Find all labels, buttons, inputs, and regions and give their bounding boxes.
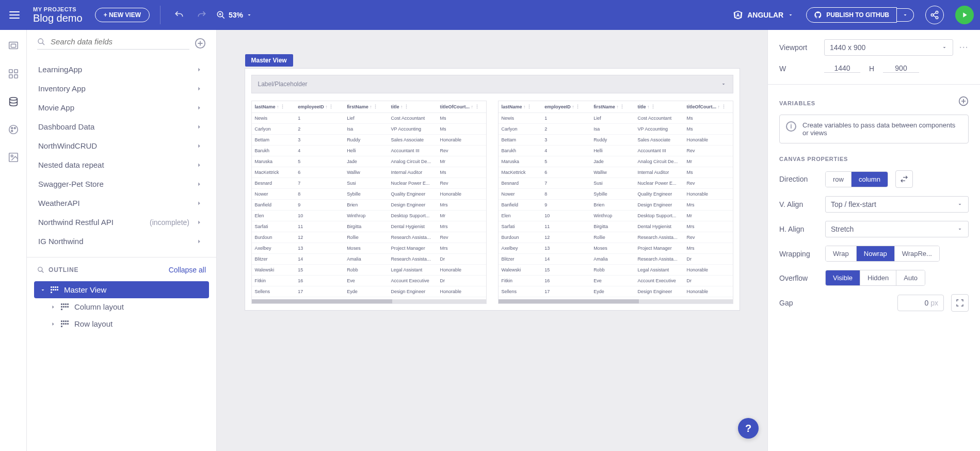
seg-option[interactable]: Nowrap — [857, 246, 895, 261]
outline-heading: OUTLINE — [37, 266, 78, 273]
direction-segmented: rowcolumn — [825, 171, 888, 187]
height-input[interactable] — [883, 64, 919, 73]
placeholder-dropdown[interactable]: Label/Placeholder — [251, 75, 733, 93]
swap-direction-button[interactable] — [895, 170, 913, 188]
help-button[interactable]: ? — [738, 418, 759, 439]
canvas-view-label[interactable]: Master View — [245, 54, 293, 67]
chevron-down-icon — [40, 287, 46, 293]
gap-label: Gap — [779, 299, 818, 307]
search-input[interactable] — [51, 37, 189, 46]
data-source-item[interactable]: Swagger-Pet Store — [27, 174, 214, 194]
canvas-properties-heading: CANVAS PROPERTIES — [779, 156, 969, 162]
projects-breadcrumb[interactable]: MY PROJECTS — [33, 6, 83, 12]
svg-point-11 — [9, 125, 18, 134]
seg-option[interactable]: Visible — [826, 270, 860, 285]
grid-component-1[interactable]: lastName ↑ ⋮employeeID ↑ ⋮firstName ↑ ⋮t… — [251, 101, 487, 304]
chevron-down-icon — [246, 12, 252, 18]
seg-option[interactable]: Hidden — [860, 270, 896, 285]
collapse-all-link[interactable]: Collapse all — [169, 266, 206, 274]
grid-component-2[interactable]: lastName ↑ ⋮employeeID ↑ ⋮firstName ↑ ⋮t… — [498, 101, 733, 304]
search-icon — [37, 38, 45, 46]
chevron-down-icon — [957, 201, 963, 207]
tool-rail — [0, 30, 27, 451]
layout-icon — [51, 286, 60, 294]
data-source-item[interactable]: Nested data repeat — [27, 155, 214, 174]
seg-option[interactable]: row — [826, 172, 852, 187]
new-view-button[interactable]: + NEW VIEW — [95, 8, 150, 22]
gap-expand-button[interactable] — [951, 294, 969, 312]
tree-item[interactable]: Row layout — [34, 315, 209, 332]
rail-theme-icon[interactable] — [7, 123, 20, 136]
data-source-item[interactable]: NorthWindCRUD — [27, 136, 214, 155]
svg-point-3 — [936, 17, 938, 19]
canvas-frame[interactable]: Master View Label/Placeholder lastName ↑… — [245, 68, 740, 311]
width-input[interactable] — [824, 64, 860, 73]
tree-item-master-view[interactable]: Master View — [34, 281, 209, 298]
viewport-select[interactable]: 1440 x 900 — [824, 39, 953, 56]
publish-dropdown[interactable] — [897, 8, 914, 22]
seg-option[interactable]: WrapRe... — [895, 246, 939, 261]
seg-option[interactable]: Auto — [896, 270, 925, 285]
chevron-down-icon — [957, 226, 963, 232]
variables-heading: VARIABLES — [779, 100, 815, 106]
data-source-item[interactable]: Northwind Restful API(incomplete) — [27, 213, 214, 232]
gap-input[interactable]: 0 px — [897, 295, 944, 311]
search-box[interactable] — [37, 37, 189, 50]
angular-icon — [733, 10, 743, 20]
chevron-down-icon — [788, 12, 794, 18]
seg-option[interactable]: column — [852, 172, 888, 187]
menu-button[interactable] — [6, 7, 23, 23]
halign-select[interactable]: Stretch — [825, 221, 969, 237]
scrollbar[interactable] — [499, 299, 733, 303]
data-source-item[interactable]: Movie App — [27, 98, 214, 117]
svg-point-1 — [936, 11, 938, 14]
viewport-label: Viewport — [779, 43, 818, 52]
scrollbar[interactable] — [252, 299, 486, 303]
topbar: MY PROJECTS Blog demo + NEW VIEW 53% ANG… — [0, 0, 980, 30]
svg-point-17 — [38, 39, 43, 43]
data-source-item[interactable]: Inventory App — [27, 79, 214, 98]
zoom-icon — [216, 10, 226, 20]
svg-rect-6 — [9, 70, 12, 73]
valign-label: V. Align — [779, 200, 818, 208]
play-icon — [960, 11, 969, 19]
redo-button[interactable] — [194, 7, 210, 23]
framework-selector[interactable]: ANGULAR — [733, 10, 794, 20]
project-name: Blog demo — [33, 12, 83, 24]
valign-select[interactable]: Top / flex-start — [825, 196, 969, 213]
canvas-area[interactable]: Master View Label/Placeholder lastName ↑… — [217, 30, 767, 451]
rail-views-icon[interactable] — [7, 39, 20, 53]
halign-label: H. Align — [779, 225, 818, 233]
data-source-item[interactable]: LearningApp — [27, 60, 214, 79]
wrapping-label: Wrapping — [779, 250, 818, 258]
share-button[interactable] — [925, 6, 944, 24]
height-label: H — [866, 65, 877, 73]
viewport-more[interactable]: ··· — [959, 43, 969, 52]
svg-rect-7 — [14, 70, 17, 73]
svg-point-14 — [11, 130, 12, 132]
outline-tree: Master View Column layoutRow layout — [27, 279, 216, 334]
overflow-label: Overflow — [779, 274, 818, 282]
tree-item[interactable]: Column layout — [34, 298, 209, 315]
wrapping-segmented: WrapNowrapWrapRe... — [825, 246, 940, 262]
add-datasource-button[interactable] — [195, 38, 206, 49]
zoom-control[interactable]: 53% — [216, 10, 252, 20]
svg-point-16 — [11, 155, 13, 157]
publish-button[interactable]: PUBLISH TO GITHUB — [806, 7, 897, 23]
svg-rect-9 — [14, 75, 17, 78]
data-source-item[interactable]: IG Northwind — [27, 232, 214, 251]
data-source-item[interactable]: WeatherAPI — [27, 194, 214, 213]
undo-button[interactable] — [171, 7, 187, 23]
rail-assets-icon[interactable] — [7, 151, 20, 164]
svg-point-12 — [11, 127, 12, 129]
project-info: MY PROJECTS Blog demo — [33, 6, 83, 24]
seg-option[interactable]: Wrap — [826, 246, 857, 261]
add-variable-button[interactable] — [958, 96, 969, 106]
overflow-segmented: VisibleHiddenAuto — [825, 270, 925, 286]
rail-data-icon[interactable] — [7, 95, 20, 108]
preview-button[interactable] — [955, 6, 974, 24]
data-sources-list: LearningAppInventory AppMovie AppDashboa… — [27, 54, 217, 257]
rail-components-icon[interactable] — [7, 67, 20, 80]
data-source-item[interactable]: Dashboard Data — [27, 117, 214, 136]
swap-icon — [900, 175, 908, 183]
